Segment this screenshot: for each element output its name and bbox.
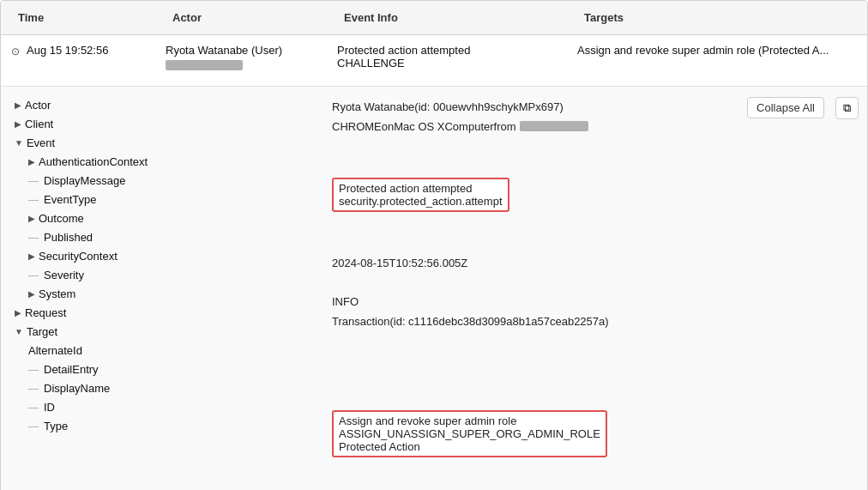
detail-panel: Collapse All ⧉ ▶ Actor ▶ Client — [1, 87, 867, 490]
target-expand-icon[interactable]: ▼ — [15, 327, 23, 336]
id-tree-row: — ID — [15, 399, 323, 418]
tree-labels: ▶ Actor ▶ Client ▼ Event — [15, 97, 323, 490]
alternate-id-value-row — [325, 369, 853, 388]
actor-expand-icon[interactable]: ▶ — [15, 100, 21, 110]
system-expand-icon[interactable]: ▶ — [28, 289, 35, 299]
display-message-tree-row: — DisplayMessage — [15, 172, 323, 191]
display-message-value: Protected action attempted security.prot… — [325, 176, 516, 214]
event-type-tree-row: — EventType — [15, 191, 323, 210]
event-info-line1: Protected action attempted — [337, 44, 557, 57]
security-context-value-row — [325, 273, 853, 292]
client-value-row: CHROMEonMac OS XComputerfrom — [325, 117, 853, 136]
event-time: Aug 15 19:52:56 — [27, 44, 108, 57]
target-cell: Assign and revoke super admin role (Prot… — [567, 35, 867, 86]
event-info-cell: Protected action attempted CHALLENGE — [327, 35, 567, 86]
display-name-label: DisplayName — [44, 382, 110, 395]
event-expand-icon[interactable]: ▼ — [15, 138, 23, 148]
id-label: ID — [44, 401, 55, 414]
severity-tree-row: — Severity — [15, 267, 323, 286]
event-value-row — [325, 136, 853, 155]
system-tree-row: ▶ System — [15, 286, 323, 305]
request-tree-row: ▶ Request — [15, 305, 323, 324]
copy-button[interactable]: ⧉ — [835, 97, 859, 119]
security-context-tree-row: ▶ SecurityContext — [15, 248, 323, 267]
outcome-tree-row: ▶ Outcome — [15, 210, 323, 229]
request-expand-icon[interactable]: ▶ — [15, 308, 21, 318]
detail-entry-value-row — [325, 388, 853, 407]
request-label: Request — [25, 306, 66, 319]
client-redacted-bar — [520, 121, 588, 131]
client-expand-icon[interactable]: ▶ — [15, 119, 21, 129]
table-header: Time Actor Event Info Targets — [1, 1, 867, 35]
auth-context-label: AuthenticationContext — [39, 155, 148, 168]
event-info-line2: CHALLENGE — [337, 57, 557, 70]
copy-icon: ⧉ — [843, 101, 851, 114]
collapse-all-button[interactable]: Collapse All — [747, 97, 824, 118]
alternate-id-tree-row: AlternateId — [15, 342, 323, 361]
auth-context-tree-row: ▶ AuthenticationContext — [15, 154, 323, 172]
header-targets: Targets — [577, 8, 857, 27]
display-message-value-row: Protected action attempted security.prot… — [325, 174, 853, 215]
time-cell: ⊙ Aug 15 19:52:56 — [1, 35, 155, 86]
target-value-row — [325, 350, 853, 369]
id-value-row — [325, 461, 853, 480]
auth-expand-icon[interactable]: ▶ — [28, 157, 35, 166]
detail-entry-label: DetailEntry — [44, 363, 99, 376]
actor-cell: Ryota Watanabe (User) — [155, 35, 327, 86]
target-tree-row: ▼ Target — [15, 324, 323, 342]
display-name-highlighted: Assign and revoke super admin role ASSIG… — [332, 410, 607, 457]
target-text: Assign and revoke super admin role (Prot… — [577, 44, 857, 57]
display-message-label: DisplayMessage — [44, 174, 125, 187]
event-type-label: EventType — [44, 193, 96, 206]
published-value: 2024-08-15T10:52:56.005Z — [325, 255, 474, 271]
outcome-label: Outcome — [39, 212, 84, 225]
tree-values: Ryota Watanabe(id: 00uewvhh9schykMPx697)… — [325, 97, 853, 490]
system-value: Transaction(id: c1116debc38d3099a8b1a57c… — [325, 313, 616, 330]
event-row[interactable]: ⊙ Aug 15 19:52:56 Ryota Watanabe (User) … — [1, 35, 867, 87]
actor-name: Ryota Watanabe (User) — [166, 44, 316, 57]
row-expand-icon[interactable]: ⊙ — [11, 45, 20, 57]
severity-value: INFO — [325, 293, 365, 310]
published-label: Published — [44, 231, 93, 244]
target-label: Target — [27, 325, 57, 338]
display-name-value-row: Assign and revoke super admin role ASSIG… — [325, 407, 853, 461]
detail-entry-tree-row: — DetailEntry — [15, 361, 323, 380]
system-label: System — [39, 287, 75, 300]
type-tree-row: — Type — [15, 418, 323, 437]
type-value-row — [325, 480, 853, 490]
outcome-expand-icon[interactable]: ▶ — [28, 214, 35, 223]
display-name-tree-row: — DisplayName — [15, 380, 323, 399]
header-time: Time — [11, 8, 166, 27]
actor-label: Actor — [25, 99, 51, 112]
actor-redacted-bar — [166, 60, 243, 70]
published-tree-row: — Published — [15, 229, 323, 248]
system-value-row: Transaction(id: c1116debc38d3099a8b1a57c… — [325, 312, 853, 331]
event-type-value-row — [325, 215, 853, 234]
detail-grid: ▶ Actor ▶ Client ▼ Event — [15, 97, 853, 490]
auth-value-row — [325, 155, 853, 174]
published-value-row: 2024-08-15T10:52:56.005Z — [325, 253, 853, 273]
event-tree-row: ▼ Event — [15, 135, 323, 154]
security-context-label: SecurityContext — [39, 250, 118, 263]
client-tree-row: ▶ Client — [15, 116, 323, 135]
client-value: CHROMEonMac OS XComputerfrom — [325, 118, 595, 135]
event-label: Event — [27, 136, 55, 149]
outcome-value-row — [325, 234, 853, 253]
severity-value-row: INFO — [325, 292, 853, 312]
alternate-id-label: AlternateId — [28, 344, 82, 357]
client-label: Client — [25, 118, 53, 130]
display-name-value: Assign and revoke super admin role ASSIG… — [325, 408, 614, 459]
actor-tree-row: ▶ Actor — [15, 97, 323, 116]
header-actor: Actor — [166, 8, 337, 27]
severity-label: Severity — [44, 269, 84, 281]
type-label: Type — [44, 420, 68, 433]
request-value-row — [325, 331, 853, 350]
display-message-highlighted: Protected action attempted security.prot… — [332, 178, 509, 212]
header-event-info: Event Info — [337, 8, 577, 27]
actor-value: Ryota Watanabe(id: 00uewvhh9schykMPx697) — [325, 99, 570, 115]
security-context-expand-icon[interactable]: ▶ — [28, 251, 35, 261]
